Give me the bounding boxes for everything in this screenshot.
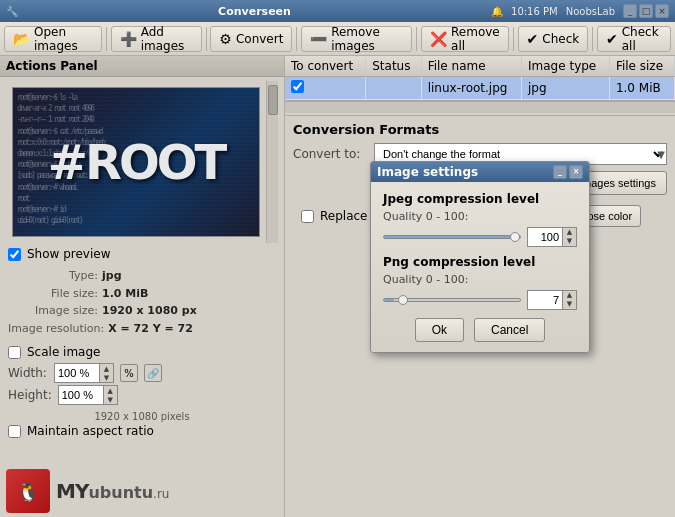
toolbar-sep6 [592,27,593,51]
row-checkbox-cell[interactable] [285,77,366,100]
png-quality-spinbox[interactable]: 7 ▲ ▼ [527,290,577,310]
preview-text: #ROOT [48,134,225,190]
png-section-title: Png compression level [383,255,577,269]
watermark-main: MY [56,479,88,503]
left-panel: Actions Panel root@server:~$ ls -la drwx… [0,56,285,517]
row-filename: linux-root.jpg [421,77,521,100]
col-header-filename: File name [421,56,521,77]
bottom-watermark: 🐧 MY ubuntu .ru [0,465,284,517]
convert-icon: ⚙️ [219,31,232,47]
table-row[interactable]: linux-root.jpg jpg 1.0 MiB [285,77,675,100]
png-slider-thumb[interactable] [398,295,408,305]
titlebar: 🔧 Converseen 🔔 10:16 PM NoobsLab _ □ × [0,0,675,22]
add-icon: ➕ [120,31,137,47]
close-button[interactable]: × [655,4,669,18]
modal-titlebar: Image settings _ × [371,162,589,182]
png-quality-label: Quality 0 - 100: [383,273,577,286]
scale-section: Scale image Width: ▲ ▼ % 🔗 Height: [0,341,284,411]
jpeg-slider-thumb[interactable] [510,232,520,242]
width-up-arrow[interactable]: ▲ [99,364,113,373]
jpeg-slider[interactable] [383,235,521,239]
remove-icon: ➖ [310,31,327,47]
image-res-label: Image resolution: [8,320,104,338]
height-down-arrow[interactable]: ▼ [103,395,117,404]
height-up-arrow[interactable]: ▲ [103,386,117,395]
modal-buttons: Ok Cancel [383,318,577,342]
open-images-button[interactable]: 📂 Open images [4,26,102,52]
width-row: Width: ▲ ▼ % 🔗 [8,363,276,383]
row-status [366,77,421,100]
height-spinbox[interactable]: ▲ ▼ [58,385,118,405]
jpeg-down-arrow[interactable]: ▼ [562,237,576,246]
toolbar-sep5 [513,27,514,51]
conversion-title: Conversion Formats [293,122,667,137]
png-slider[interactable] [383,298,521,302]
width-input[interactable] [55,364,99,382]
watermark-sub: ubuntu [88,483,153,502]
toolbar-sep1 [106,27,107,51]
jpeg-up-arrow[interactable]: ▲ [562,228,576,237]
app-menu-icon: 🔧 [6,6,18,17]
height-label: Height: [8,388,52,402]
replace-bg-checkbox[interactable] [301,210,314,223]
scale-image-checkbox[interactable] [8,346,21,359]
image-settings-modal: Image settings _ × Jpeg compression leve… [370,161,590,353]
watermark-domain: .ru [153,487,169,501]
user-display: NoobsLab [566,6,615,17]
file-size-value: 1.0 MiB [102,285,148,303]
type-label: Type: [8,267,98,285]
png-quality-input[interactable]: 7 [528,291,562,309]
image-preview: root@server:~$ ls -la drwxr-xr-x 2 root … [12,87,260,237]
col-header-imagetype: Image type [522,56,610,77]
toolbar-sep3 [296,27,297,51]
taskbar-left-icons: 🔧 [6,6,18,17]
png-down-arrow[interactable]: ▼ [562,300,576,309]
jpeg-section-title: Jpeg compression level [383,192,577,206]
height-input[interactable] [59,386,103,404]
image-info: Type: jpg File size: 1.0 MiB Image size:… [0,265,284,341]
jpeg-slider-row: 100 ▲ ▼ [383,227,577,247]
col-header-filesize: File size [609,56,674,77]
row-filesize: 1.0 MiB [609,77,674,100]
h-scrollbar[interactable] [285,101,675,113]
check-button[interactable]: ✔️ Check [518,26,589,52]
open-icon: 📂 [13,31,30,47]
width-unit-btn[interactable]: % [120,364,138,382]
scroll-thumb[interactable] [268,85,278,115]
width-spinbox[interactable]: ▲ ▼ [54,363,114,383]
col-header-convert: To convert [285,56,366,77]
modal-title: Image settings [377,165,478,179]
maximize-button[interactable]: □ [639,4,653,18]
row-checkbox[interactable] [291,80,304,93]
taskbar-right: 🔔 10:16 PM NoobsLab _ □ × [491,4,669,18]
modal-cancel-button[interactable]: Cancel [474,318,545,342]
show-preview-label: Show preview [27,247,111,261]
convert-button[interactable]: ⚙️ Convert [210,26,292,52]
png-up-arrow[interactable]: ▲ [562,291,576,300]
convert-to-label: Convert to: [293,147,368,161]
maintain-aspect-checkbox[interactable] [8,425,21,438]
app-title: Converseen [18,5,491,18]
width-link-btn[interactable]: 🔗 [144,364,162,382]
remove-images-button[interactable]: ➖ Remove images [301,26,412,52]
jpeg-quality-spinbox[interactable]: 100 ▲ ▼ [527,227,577,247]
width-down-arrow[interactable]: ▼ [99,373,113,382]
show-preview-checkbox[interactable] [8,248,21,261]
modal-close-btn[interactable]: × [569,165,583,179]
clock-icon: 🔔 [491,6,503,17]
image-size-value: 1920 x 1080 px [102,302,197,320]
file-size-label: File size: [8,285,98,303]
add-images-button[interactable]: ➕ Add images [111,26,202,52]
watermark-logo: 🐧 [6,469,50,513]
type-value: jpg [102,267,122,285]
minimize-button[interactable]: _ [623,4,637,18]
file-table: To convert Status File name Image type F… [285,56,675,100]
remove-all-button[interactable]: ❌ Remove all [421,26,509,52]
check-all-button[interactable]: ✔️ Check all [597,26,671,52]
file-table-scroll[interactable]: To convert Status File name Image type F… [285,56,675,101]
modal-minimize-btn[interactable]: _ [553,165,567,179]
modal-ok-button[interactable]: Ok [415,318,464,342]
jpeg-quality-input[interactable]: 100 [528,228,562,246]
preview-scrollbar[interactable] [266,81,278,243]
scale-image-label: Scale image [27,345,100,359]
